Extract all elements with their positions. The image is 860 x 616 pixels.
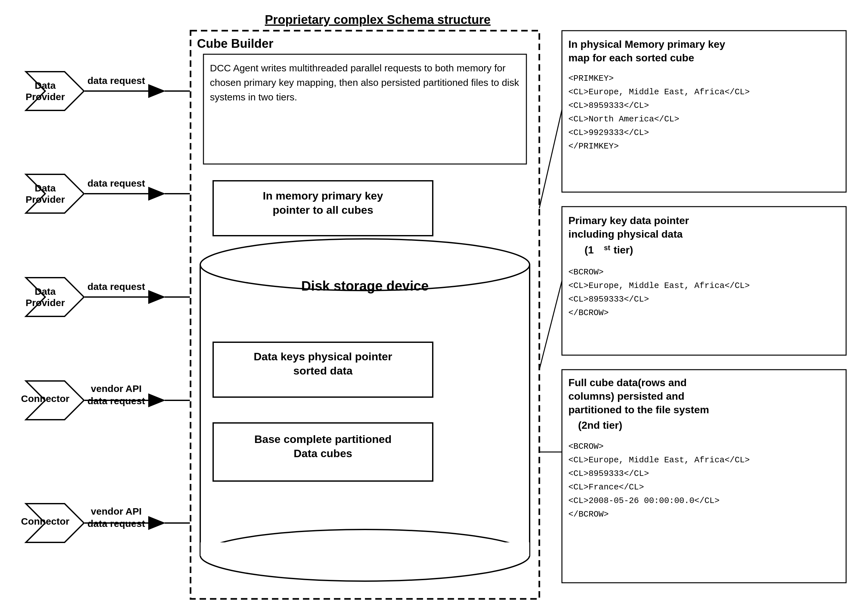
right-box1-content-line6: </PRIMKEY> <box>568 141 619 151</box>
right-box3-content-line1: <BCROW> <box>568 442 604 451</box>
memory-key-line2: pointer to all cubes <box>273 204 374 216</box>
memory-key-line1: In memory primary key <box>263 190 383 202</box>
right-box1-content-line2: <CL>Europe, Middle East, Africa</CL> <box>568 87 750 97</box>
right-box3-content-line4: <CL>France</CL> <box>568 482 644 492</box>
right-box1-content-line5: <CL>9929333</CL> <box>568 128 649 138</box>
diagram-svg: Cube Builder Proprietary complex Schema … <box>0 0 860 616</box>
right-box3-title-line2: columns) persisted and <box>568 390 684 402</box>
right-box3-title-line3: partitioned to the file system <box>568 404 709 415</box>
right-box3-title-line4: (2nd tier) <box>578 419 622 431</box>
connector1-arrowhead <box>149 394 165 407</box>
right-box3-content-line6: </BCROW> <box>568 509 609 519</box>
provider1-chevron <box>26 72 84 110</box>
connector2-chevron <box>26 504 84 542</box>
right-box2-content-line2: <CL>Europe, Middle East, Africa</CL> <box>568 281 750 291</box>
base-complete-line2: Data cubes <box>293 447 352 459</box>
right-box2-content-line3: <CL>8959333</CL> <box>568 295 649 304</box>
right-box3-content-line3: <CL>8959333</CL> <box>568 469 649 478</box>
right-box2-title-tier: tier) <box>614 244 633 256</box>
cylinder-bottom-cover <box>201 542 529 556</box>
base-complete-line1: Base complete partitioned <box>254 433 391 445</box>
provider3-label-line1: Data <box>35 286 55 297</box>
cube-builder-border <box>190 31 539 599</box>
provider3-chevron <box>26 277 84 317</box>
dcc-agent-box <box>204 54 526 164</box>
right-box3-content-line5: <CL>2008-05-26 00:00:00.0</CL> <box>568 496 720 506</box>
connector1-chevron <box>26 381 84 420</box>
right-box1-content-line3: <CL>8959333</CL> <box>568 101 649 110</box>
connector2-label: Connector <box>21 516 69 527</box>
provider1-arrowhead <box>149 85 165 97</box>
cylinder-bottom-ellipse <box>200 530 530 581</box>
provider3-label-line2: Provider <box>25 297 65 308</box>
connector1-arrow-label-line1: vendor API <box>91 383 141 394</box>
right-box2-content-line1: <BCROW> <box>568 267 604 277</box>
cylinder-body <box>200 265 530 555</box>
connector2-arrowhead <box>149 517 165 530</box>
data-keys-line2: sorted data <box>293 365 353 377</box>
provider3-arrow-label: data request <box>88 281 145 292</box>
provider3-arrowhead <box>149 291 165 304</box>
provider1-arrow-label: data request <box>88 75 145 86</box>
schema-title: Proprietary complex Schema structure <box>265 13 491 27</box>
cube-builder-label-text: Cube Builder <box>197 37 273 50</box>
provider2-arrowhead <box>149 187 165 200</box>
right-box1-title-line1: In physical Memory primary key <box>568 38 725 50</box>
base-complete-box <box>213 423 433 481</box>
provider2-label-line2: Provider <box>25 194 65 205</box>
right-box1-content-line1: <PRIMKEY> <box>568 74 614 83</box>
connector2-arrow-label-line1: vendor API <box>91 506 141 517</box>
provider1-label-line1: Data <box>35 80 55 91</box>
right-box2-content-line4: </BCROW> <box>568 308 609 318</box>
cylinder-top-ellipse <box>200 239 530 291</box>
data-keys-box <box>213 342 433 397</box>
right-box2-title-line2: including physical data <box>568 228 683 240</box>
right-box1-content-line4: <CL>North America</CL> <box>568 114 679 124</box>
provider2-arrow-label: data request <box>88 178 145 188</box>
diagram-container: Cube Builder Proprietary complex Schema … <box>0 0 860 616</box>
right-box3-content-line2: <CL>Europe, Middle East, Africa</CL> <box>568 455 750 465</box>
right-box-physical-memory <box>562 31 846 192</box>
right-box-primary-key-data <box>562 207 846 355</box>
data-keys-line1: Data keys physical pointer <box>254 350 392 362</box>
line-memory-to-right1 <box>539 110 562 208</box>
right-box2-title-line3: (1 <box>585 244 593 256</box>
provider2-chevron <box>26 174 84 213</box>
connector1-label: Connector <box>21 393 69 404</box>
right-box2-title-st: st <box>604 244 610 252</box>
provider1-label-line2: Provider <box>25 91 65 102</box>
disk-storage-label: Disk storage device <box>301 278 429 293</box>
memory-key-box <box>213 181 433 236</box>
right-box2-title-line1: Primary key data pointer <box>568 215 689 226</box>
right-box-full-cube <box>562 370 846 583</box>
connector1-arrow-label-line2: data request <box>88 395 145 406</box>
right-box1-title-line2: map for each sorted cube <box>568 52 694 64</box>
connector2-arrow-label-line2: data request <box>88 518 145 529</box>
right-box3-title-line1: Full cube data(rows and <box>568 377 687 389</box>
line-datakeys-to-right2 <box>539 281 562 370</box>
provider2-label-line1: Data <box>35 183 55 193</box>
